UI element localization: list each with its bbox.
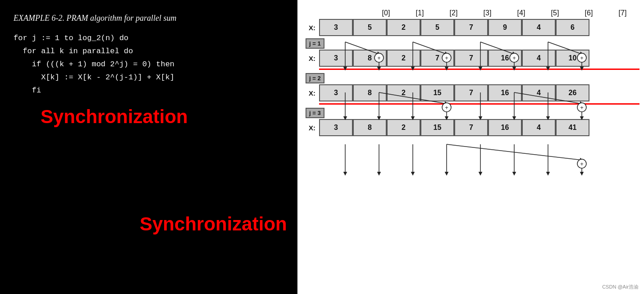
- array-cells-2: 3 8 2 7 7 16 4 10: [319, 50, 589, 67]
- row-label-2: X:: [302, 55, 315, 62]
- array-row-6: X: 3 8 2 15 7 16 4 41: [302, 119, 639, 136]
- cell-6-0: 3: [319, 119, 353, 136]
- code-block: for j := 1 to log_2(n) do for all k in p…: [14, 32, 284, 97]
- svg-text:+: +: [580, 161, 584, 167]
- cell-6-2: 2: [387, 119, 420, 136]
- j3-row: j = 3: [302, 106, 639, 119]
- cell-0-5: 9: [488, 19, 522, 36]
- cell-4-5: 16: [488, 84, 522, 101]
- red-line-1: [319, 69, 639, 70]
- cell-0-7: 6: [556, 19, 589, 36]
- cell-4-6: 4: [522, 84, 556, 101]
- cell-6-6: 4: [522, 119, 556, 136]
- watermark: CSDN @Air浩渝: [602, 284, 639, 290]
- cell-2-0: 3: [319, 50, 353, 67]
- row-label-0: X:: [302, 24, 315, 32]
- cell-6-3: 15: [420, 119, 454, 136]
- example-title: EXAMPLE 6-2. PRAM algorithm for parallel…: [14, 14, 284, 23]
- col-header-5: [5]: [538, 9, 572, 17]
- cell-0-4: 7: [454, 19, 488, 36]
- cell-2-4: 7: [454, 50, 488, 67]
- j2-row: j = 2: [302, 72, 639, 84]
- cell-4-3: 15: [420, 84, 454, 101]
- cell-2-1: 8: [353, 50, 387, 67]
- cell-4-2: 2: [387, 84, 420, 101]
- red-line-2: [319, 103, 639, 105]
- cell-2-5: 16: [488, 50, 522, 67]
- sync-label-1: Synchronization: [41, 106, 284, 128]
- array-cells-6: 3 8 2 15 7 16 4 41: [319, 119, 589, 136]
- col-header-6: [6]: [572, 9, 606, 17]
- cell-2-7: 10: [556, 50, 589, 67]
- cell-4-1: 8: [353, 84, 387, 101]
- left-panel: EXAMPLE 6-2. PRAM algorithm for parallel…: [0, 0, 297, 294]
- svg-point-35: [577, 159, 586, 168]
- cell-4-0: 3: [319, 84, 353, 101]
- col-headers: [0] [1] [2] [3] [4] [5] [6] [7]: [302, 9, 639, 17]
- cell-6-4: 7: [454, 119, 488, 136]
- diagram-wrapper: + + + +: [302, 9, 639, 136]
- j2-label: j = 2: [306, 73, 324, 83]
- col-header-1: [1]: [403, 9, 437, 17]
- col-header-7: [7]: [606, 9, 639, 17]
- cell-6-5: 16: [488, 119, 522, 136]
- svg-line-34: [447, 144, 582, 160]
- cell-4-4: 7: [454, 84, 488, 101]
- cell-0-1: 5: [353, 19, 387, 36]
- array-row-4: X: 3 8 2 15 7 16 4 26: [302, 84, 639, 101]
- cell-2-2: 2: [387, 50, 420, 67]
- sync-label-2: Synchronization: [140, 213, 287, 235]
- array-cells-0: 3 5 2 5 7 9 4 6: [319, 19, 589, 36]
- j3-label: j = 3: [306, 108, 324, 118]
- cell-6-1: 8: [353, 119, 387, 136]
- cell-0-6: 4: [522, 19, 556, 36]
- row-label-4: X:: [302, 89, 315, 97]
- cell-2-3: 7: [420, 50, 454, 67]
- j1-label: j = 1: [306, 38, 324, 49]
- j1-row: j = 1: [302, 37, 639, 50]
- cell-2-6: 4: [522, 50, 556, 67]
- row-label-6: X:: [302, 124, 315, 132]
- right-panel: + + + +: [297, 0, 644, 294]
- col-header-3: [3]: [470, 9, 504, 17]
- cell-4-7: 26: [556, 84, 589, 101]
- array-row-0: X: 3 5 2 5 7 9 4 6: [302, 19, 639, 36]
- col-header-0: [0]: [369, 9, 403, 17]
- cell-0-3: 5: [420, 19, 454, 36]
- col-header-2: [2]: [437, 9, 470, 17]
- cell-0-0: 3: [319, 19, 353, 36]
- array-cells-4: 3 8 2 15 7 16 4 26: [319, 84, 589, 101]
- col-header-4: [4]: [504, 9, 538, 17]
- cell-6-7: 41: [556, 119, 589, 136]
- cell-0-2: 2: [387, 19, 420, 36]
- array-row-2: X: 3 8 2 7 7 16 4 10: [302, 50, 639, 67]
